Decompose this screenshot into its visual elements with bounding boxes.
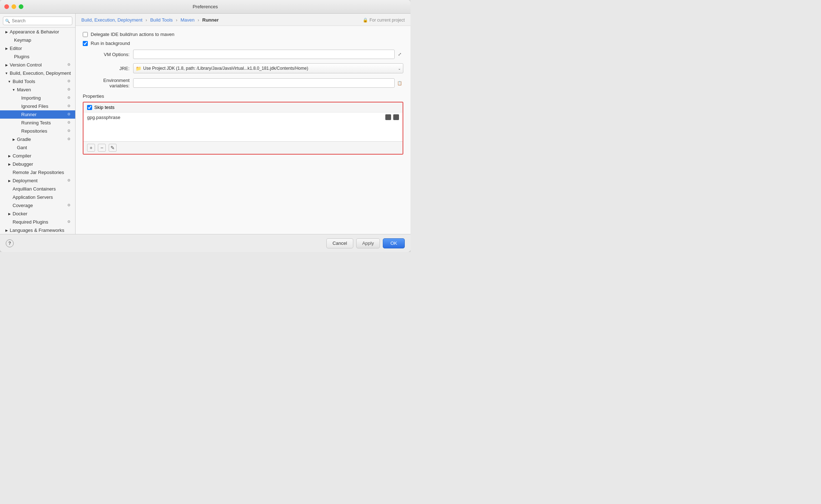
sidebar-item-importing[interactable]: ▶ Importing ⚙ [0, 94, 75, 102]
remove-property-button[interactable]: − [98, 144, 106, 152]
sidebar-item-label: Docker [13, 211, 27, 216]
bottom-buttons: Cancel Apply OK [326, 238, 405, 248]
main-area: 🔍 ▶ Appearance & Behavior ▶ Keymap ▶ [0, 14, 410, 234]
search-input[interactable] [3, 17, 72, 25]
minimize-button[interactable] [12, 4, 16, 9]
gear-icon: ⚙ [67, 79, 72, 84]
sidebar-item-build-execution[interactable]: ▼ Build, Execution, Deployment [0, 69, 75, 77]
maximize-button[interactable] [19, 4, 23, 9]
cancel-button[interactable]: Cancel [326, 238, 353, 248]
window-title: Preferences [192, 4, 218, 9]
search-box: 🔍 [0, 14, 75, 28]
vm-options-expand-button[interactable]: ⤢ [396, 51, 403, 58]
sidebar-item-runner[interactable]: ▶ Runner ⚙ [0, 110, 75, 119]
lock-icon: 🔒 [363, 18, 368, 23]
gear-icon: ⚙ [67, 120, 72, 125]
sidebar-item-languages[interactable]: ▶ Languages & Frameworks [0, 226, 75, 234]
search-wrapper: 🔍 [3, 17, 72, 25]
arrow-icon: ▶ [7, 212, 12, 216]
delegate-label[interactable]: Delegate IDE build/run actions to maven [91, 32, 174, 37]
sidebar-content: ▶ Appearance & Behavior ▶ Keymap ▶ Edito… [0, 28, 75, 234]
apply-button[interactable]: Apply [356, 238, 380, 248]
env-var-input[interactable] [133, 78, 395, 88]
sidebar-item-label: Coverage [13, 203, 33, 208]
breadcrumb-buildtools-link[interactable]: Build Tools [150, 17, 173, 23]
breadcrumb-build-link[interactable]: Build, Execution, Deployment [81, 17, 142, 23]
gear-icon: ⚙ [67, 220, 72, 225]
properties-label: Properties [83, 93, 403, 99]
run-background-label[interactable]: Run in background [91, 41, 130, 46]
sidebar-item-plugins[interactable]: ▶ Plugins [0, 52, 75, 61]
sidebar-item-app-servers[interactable]: ▶ Application Servers [0, 193, 75, 201]
sidebar-item-label: Runner [21, 112, 37, 117]
sidebar-item-running-tests[interactable]: ▶ Running Tests ⚙ [0, 119, 75, 127]
vm-options-label: VM Options: [83, 52, 133, 57]
sidebar-item-label: Build Tools [13, 79, 35, 84]
properties-section: Properties Skip tests gpg.passphrase [83, 93, 403, 155]
sidebar-item-maven[interactable]: ▼ Maven ⚙ [0, 86, 75, 94]
sidebar-item-debugger[interactable]: ▶ Debugger [0, 160, 75, 168]
sidebar-item-gant[interactable]: ▶ Gant [0, 143, 75, 152]
sidebar-item-gradle[interactable]: ▶ Gradle ⚙ [0, 135, 75, 143]
skip-tests-label[interactable]: Skip tests [94, 105, 114, 110]
breadcrumb-current: Runner [202, 17, 219, 23]
sidebar-item-label: Debugger [13, 161, 33, 167]
sidebar-item-repositories[interactable]: ▶ Repositories ⚙ [0, 127, 75, 135]
breadcrumb: Build, Execution, Deployment › Build Too… [81, 17, 219, 23]
sidebar-item-deployment[interactable]: ▶ Deployment ⚙ [0, 177, 75, 185]
sidebar-item-coverage[interactable]: ▶ Coverage ⚙ [0, 201, 75, 210]
sidebar-item-label: Compiler [13, 153, 31, 159]
sidebar-item-arquillian[interactable]: ▶ Arquillian Containers [0, 185, 75, 193]
gear-icon: ⚙ [67, 137, 72, 142]
sidebar-item-build-tools[interactable]: ▼ Build Tools ⚙ [0, 77, 75, 86]
breadcrumb-sep-3: › [198, 17, 199, 23]
sidebar-item-version-control[interactable]: ▶ Version Control ⚙ [0, 61, 75, 69]
for-current-project: 🔒 For current project [363, 18, 405, 23]
sidebar-item-label: Running Tests [21, 120, 51, 125]
sidebar-item-remote-jar[interactable]: ▶ Remote Jar Repositories [0, 168, 75, 177]
sidebar-item-keymap[interactable]: ▶ Keymap [0, 36, 75, 44]
breadcrumb-bar: Build, Execution, Deployment › Build Too… [76, 14, 410, 26]
delegate-checkbox[interactable] [83, 32, 88, 37]
sidebar-item-label: Gant [17, 145, 27, 150]
arrow-icon: ▶ [7, 162, 12, 166]
folder-icon: 📁 [136, 66, 141, 71]
env-var-label: Environment variables: [83, 78, 133, 88]
help-button[interactable]: ? [6, 239, 14, 247]
sidebar-item-label: Version Control [10, 62, 42, 68]
for-current-label: For current project [369, 18, 405, 23]
jre-select[interactable]: 📁 Use Project JDK (1.8, path: /Library/J… [133, 63, 403, 73]
ok-button[interactable]: OK [383, 238, 405, 248]
window-controls [4, 4, 23, 9]
delegate-row: Delegate IDE build/run actions to maven [83, 32, 403, 37]
sidebar-item-ignored-files[interactable]: ▶ Ignored Files ⚙ [0, 102, 75, 110]
prop-action-btn-1[interactable] [385, 114, 391, 120]
breadcrumb-sep-2: › [176, 17, 177, 23]
sidebar-item-compiler[interactable]: ▶ Compiler [0, 152, 75, 160]
skip-tests-checkbox[interactable] [87, 105, 92, 110]
env-copy-button[interactable]: 📋 [396, 79, 403, 87]
gear-icon: ⚙ [67, 203, 72, 208]
edit-property-button[interactable]: ✎ [109, 144, 117, 152]
arrow-icon: ▶ [4, 63, 9, 67]
sidebar-item-label: Ignored Files [21, 104, 48, 109]
sidebar-item-docker[interactable]: ▶ Docker [0, 210, 75, 218]
sidebar-item-label: Keymap [14, 37, 31, 43]
sidebar-item-required-plugins[interactable]: ▶ Required Plugins ⚙ [0, 218, 75, 226]
sidebar-item-label: Maven [17, 87, 31, 92]
close-button[interactable] [4, 4, 9, 9]
run-background-checkbox[interactable] [83, 41, 88, 46]
gear-icon: ⚙ [67, 96, 72, 101]
jre-value: Use Project JDK (1.8, path: /Library/Jav… [143, 66, 308, 71]
vm-options-input[interactable] [133, 50, 395, 59]
titlebar: Preferences [0, 0, 410, 14]
prop-action-btn-2[interactable] [393, 114, 399, 120]
sidebar-item-editor[interactable]: ▶ Editor [0, 44, 75, 52]
sidebar-item-label: Remote Jar Repositories [13, 170, 64, 175]
breadcrumb-maven-link[interactable]: Maven [181, 17, 195, 23]
properties-box: Skip tests gpg.passphrase [83, 102, 403, 155]
add-property-button[interactable]: + [87, 144, 95, 152]
gear-icon: ⚙ [67, 112, 72, 117]
sidebar-item-appearance[interactable]: ▶ Appearance & Behavior [0, 28, 75, 36]
sidebar-item-label: Gradle [17, 137, 31, 142]
